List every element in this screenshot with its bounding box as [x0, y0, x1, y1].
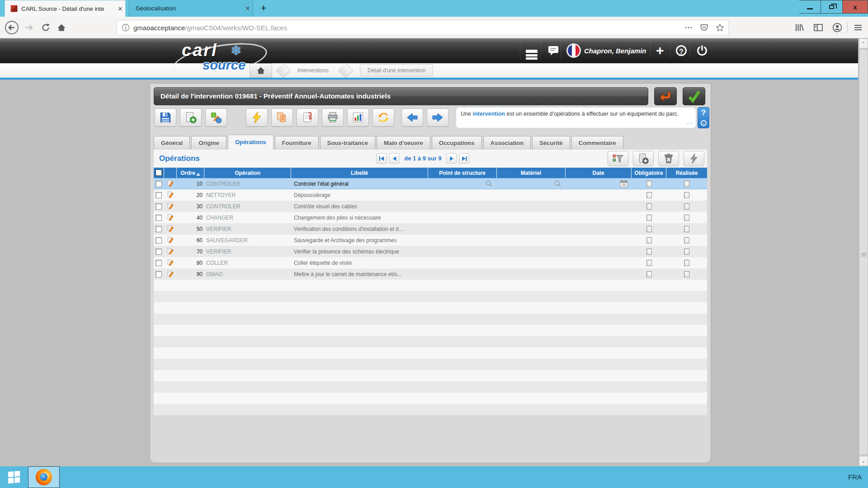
print-button[interactable]: [322, 108, 344, 127]
minimize-button[interactable]: [799, 0, 821, 14]
realisee-checkbox[interactable]: [684, 237, 689, 244]
realisee-checkbox[interactable]: [684, 192, 689, 198]
row-checkbox[interactable]: [156, 237, 162, 244]
next-record-button[interactable]: [427, 108, 448, 127]
add-button[interactable]: +: [650, 42, 670, 59]
cell-operation[interactable]: VERIFIER: [204, 223, 291, 235]
cell-operation[interactable]: CONTROLER: [204, 201, 291, 212]
row-checkbox[interactable]: [156, 215, 162, 221]
new-document-button[interactable]: [180, 108, 202, 127]
tab-main-doeuvre[interactable]: Main d'oeuvre: [377, 136, 430, 150]
column-realisee[interactable]: Réalisée: [666, 168, 707, 178]
cell-operation[interactable]: NETTOYER: [204, 189, 291, 201]
page-actions-icon[interactable]: [684, 23, 693, 32]
obligatoire-checkbox[interactable]: [646, 260, 652, 266]
row-checkbox[interactable]: [156, 192, 162, 198]
edit-icon[interactable]: [167, 270, 175, 278]
back-icon[interactable]: [5, 20, 19, 35]
obligatoire-checkbox[interactable]: [646, 237, 652, 244]
cell-libelle[interactable]: Contrôle visuel des cables: [291, 201, 428, 212]
column-libelle[interactable]: Libellé: [291, 168, 428, 178]
cell-libelle[interactable]: Mettre à jour le carnet de maintenance e…: [291, 268, 428, 280]
column-point-de-structure[interactable]: Point de structure: [428, 168, 497, 178]
realisee-checkbox[interactable]: [684, 215, 689, 221]
row-checkbox[interactable]: [156, 260, 162, 266]
cell-libelle[interactable]: Controler l'état général: [291, 178, 428, 189]
url-bar[interactable]: gmaoacceptance/gmaoCS04/works/WO-SEL.fac…: [117, 20, 729, 35]
cell-ordre[interactable]: 40: [177, 212, 204, 223]
cell-libelle[interactable]: Sauvegarde et Archivage des programmes: [291, 235, 428, 246]
realisee-checkbox[interactable]: [684, 181, 689, 187]
last-page-button[interactable]: [459, 153, 470, 164]
contextual-help-button[interactable]: ? -: [698, 107, 709, 128]
taskbar-firefox-button[interactable]: [28, 466, 60, 488]
cell-libelle[interactable]: Dépoussièrage: [291, 189, 428, 201]
reload-icon[interactable]: [41, 23, 51, 33]
realisee-checkbox[interactable]: [684, 271, 689, 277]
tab-securite[interactable]: Sécurité: [532, 136, 570, 150]
tab-general[interactable]: Général: [154, 136, 190, 150]
edit-icon[interactable]: [167, 214, 175, 221]
table-row[interactable]: 80 COLLER Coller étiquette de visite: [154, 257, 707, 268]
cell-libelle[interactable]: Vérification des conditions d'installati…: [291, 223, 428, 235]
sort-filter-button[interactable]: AZ: [608, 151, 628, 166]
calendar-icon[interactable]: 01: [620, 180, 628, 188]
table-row[interactable]: 60 SAUVEGARDER Sauvegarde et Archivage d…: [154, 235, 707, 246]
breadcrumb-item[interactable]: Interventions: [297, 63, 329, 78]
logout-button[interactable]: [690, 42, 714, 59]
cell-ordre[interactable]: 30: [177, 201, 204, 212]
edit-icon[interactable]: [167, 248, 175, 255]
cell-ordre[interactable]: 60: [177, 235, 204, 246]
tab-fourniture[interactable]: Fourniture: [275, 136, 319, 150]
cell-ordre[interactable]: 10: [177, 178, 204, 189]
new-tab-button[interactable]: +: [257, 2, 270, 15]
cell-operation[interactable]: VERIFIER: [204, 246, 291, 257]
cell-ordre[interactable]: 20: [177, 189, 204, 201]
row-checkbox[interactable]: [156, 181, 162, 187]
app-menu-button[interactable]: [520, 42, 543, 59]
next-page-button[interactable]: [447, 153, 457, 164]
realisee-checkbox[interactable]: [684, 226, 689, 232]
bookmark-star-icon[interactable]: [715, 23, 725, 33]
lookup-icon[interactable]: [553, 179, 562, 188]
table-row[interactable]: 40 CHANGER Changement des piles si néces…: [154, 212, 707, 223]
obligatoire-checkbox[interactable]: [646, 203, 652, 210]
help-button[interactable]: ?: [670, 42, 692, 59]
tab-commentaire[interactable]: Commentaire: [571, 136, 623, 150]
scrollbar-thumb[interactable]: [859, 49, 868, 455]
tab-occupations[interactable]: Occupations: [432, 136, 482, 150]
cell-operation[interactable]: CHANGER: [204, 212, 291, 223]
assign-button[interactable]: [205, 108, 227, 127]
tab-origine[interactable]: Origine: [191, 136, 226, 150]
forward-icon[interactable]: [24, 22, 35, 33]
undo-button[interactable]: [654, 87, 677, 105]
column-operation[interactable]: Opération: [204, 168, 291, 178]
table-row[interactable]: 70 VERIFIER Vérifier la présence des sch…: [154, 246, 707, 257]
previous-page-button[interactable]: [389, 153, 399, 164]
first-page-button[interactable]: [376, 153, 387, 164]
execute-button[interactable]: [684, 151, 704, 166]
site-info-icon[interactable]: [122, 23, 130, 32]
row-checkbox[interactable]: [156, 226, 162, 232]
table-row[interactable]: 90 GMAO Mettre à jour le carnet de maint…: [154, 268, 707, 280]
select-all-checkbox[interactable]: [156, 169, 162, 176]
obligatoire-checkbox[interactable]: [646, 226, 652, 232]
edit-icon[interactable]: [167, 225, 175, 233]
obligatoire-checkbox[interactable]: [646, 181, 652, 187]
edit-icon[interactable]: [167, 259, 175, 267]
realisee-checkbox[interactable]: [684, 249, 689, 255]
restore-button[interactable]: [821, 0, 843, 14]
cell-ordre[interactable]: 90: [177, 268, 204, 280]
realisee-checkbox[interactable]: [684, 260, 689, 266]
cell-operation[interactable]: COLLER: [204, 257, 291, 268]
close-button[interactable]: x: [843, 0, 868, 14]
attachment-button[interactable]: [297, 108, 318, 127]
validate-button[interactable]: [683, 87, 705, 105]
tab-close-icon[interactable]: ✕: [243, 5, 253, 12]
cell-ordre[interactable]: 80: [177, 257, 204, 268]
pocket-icon[interactable]: [699, 23, 709, 33]
previous-record-button[interactable]: [401, 108, 423, 127]
edit-icon[interactable]: [167, 202, 175, 210]
table-row[interactable]: 30 CONTROLER Contrôle visuel des cables: [154, 201, 707, 212]
realisee-checkbox[interactable]: [684, 203, 689, 210]
